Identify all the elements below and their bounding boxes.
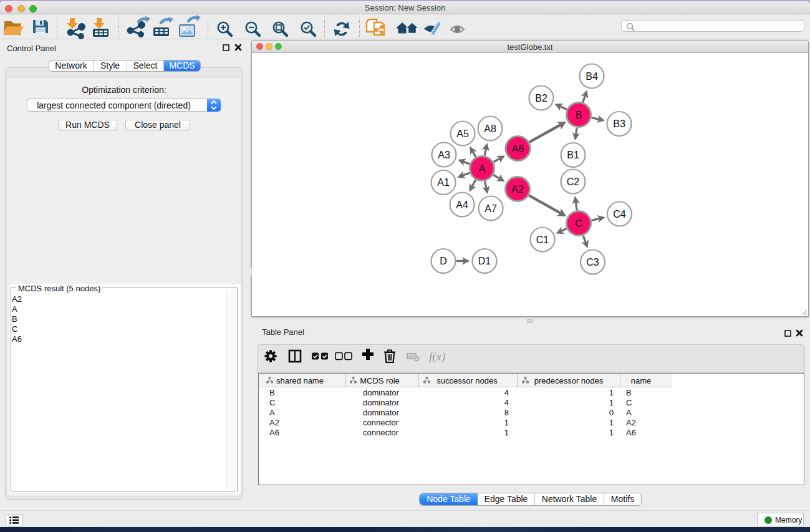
svg-text:A6: A6 [626,428,636,437]
svg-text:A6: A6 [269,428,279,437]
svg-text:C4: C4 [613,209,626,220]
svg-text:A2: A2 [269,418,279,427]
svg-text:0: 0 [609,408,614,417]
svg-text:connector: connector [363,428,399,437]
svg-text:name: name [631,376,652,385]
svg-text:A7: A7 [485,203,497,214]
svg-text:A4: A4 [456,200,468,210]
svg-text:B3: B3 [613,118,625,129]
svg-text:A8: A8 [484,123,496,134]
svg-text:D1: D1 [478,256,491,266]
svg-text:dominator: dominator [363,398,399,407]
svg-text:1: 1 [504,418,509,427]
svg-text:C: C [626,398,632,407]
svg-text:1: 1 [609,398,614,407]
svg-text:shared name: shared name [276,376,324,385]
svg-text:A1: A1 [437,177,450,188]
svg-text:B: B [269,388,275,397]
svg-text:predecessor nodes: predecessor nodes [534,376,604,385]
svg-text:MCDS role: MCDS role [360,376,400,385]
svg-text:A: A [626,408,632,417]
svg-text:B4: B4 [586,71,598,82]
svg-text:B: B [626,388,632,397]
svg-text:1: 1 [609,388,614,397]
svg-text:1: 1 [609,428,614,437]
svg-text:C1: C1 [536,235,549,245]
svg-text:A3: A3 [438,150,450,160]
svg-text:A5: A5 [456,128,469,139]
svg-text:successor nodes: successor nodes [436,376,498,385]
svg-text:1: 1 [609,418,614,427]
svg-text:C2: C2 [567,177,580,187]
svg-text:connector: connector [363,418,399,427]
svg-text:4: 4 [504,398,509,407]
svg-text:A6: A6 [512,143,524,154]
svg-text:dominator: dominator [363,388,399,397]
svg-text:B: B [576,110,582,120]
svg-text:A2: A2 [626,418,636,427]
svg-text:B1: B1 [567,150,579,160]
svg-text:4: 4 [504,388,509,397]
svg-text:C3: C3 [586,257,599,268]
svg-text:D: D [440,256,447,266]
svg-text:dominator: dominator [363,408,399,417]
svg-text:C: C [575,218,582,229]
svg-text:A: A [269,408,275,417]
svg-text:A: A [479,163,486,174]
svg-text:8: 8 [504,408,509,417]
svg-text:C: C [269,398,275,407]
svg-text:1: 1 [504,428,509,437]
svg-text:B2: B2 [535,93,547,104]
svg-text:A2: A2 [511,184,524,195]
svg-text:f(x): f(x) [429,350,445,364]
